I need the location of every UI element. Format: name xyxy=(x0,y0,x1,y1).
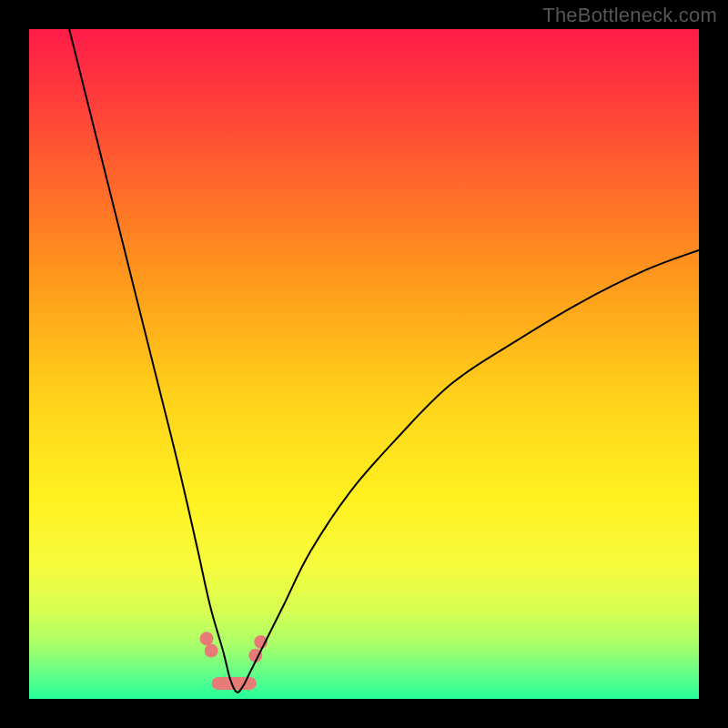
trough-point-1 xyxy=(205,644,218,658)
plot-area xyxy=(29,29,699,699)
chart-frame: TheBottleneck.com xyxy=(0,0,728,728)
plot-svg xyxy=(29,29,699,699)
watermark-text: TheBottleneck.com xyxy=(542,4,717,27)
trough-point-0 xyxy=(200,632,214,645)
gradient-background xyxy=(29,29,699,699)
